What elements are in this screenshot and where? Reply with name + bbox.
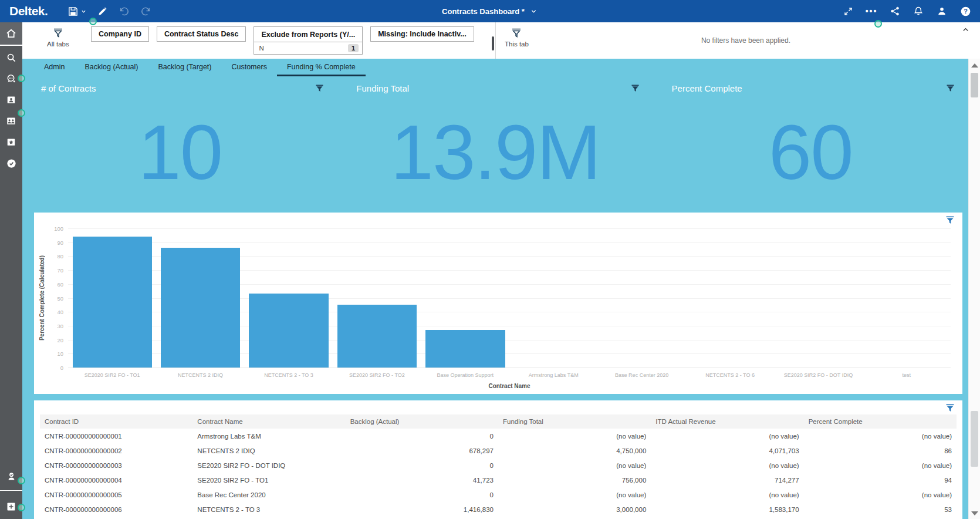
dashboard-title-dropdown[interactable] — [529, 7, 538, 16]
star-folder-icon — [6, 137, 16, 147]
bar-se2020-sir2-fo-to2[interactable] — [337, 305, 417, 368]
home-icon — [5, 28, 17, 39]
x-category-label: NETCENTS 2 IDIQ — [156, 372, 244, 378]
undo-icon — [119, 6, 130, 17]
pencil-icon — [97, 6, 108, 17]
scroll-down-arrow[interactable] — [971, 511, 978, 515]
this-tab-filter[interactable]: This tab — [505, 27, 529, 48]
sidebar-item-person-folder[interactable] — [0, 89, 22, 110]
column-header-contract-id[interactable]: Contract ID — [40, 414, 192, 429]
scrollbar-thumb[interactable] — [971, 73, 978, 97]
kpi-filter-button[interactable] — [945, 83, 955, 93]
table-row[interactable]: CNTR-000000000000002NETCENTS 2 IDIQ678,2… — [40, 443, 957, 458]
filter-chip-2[interactable]: Exclude from Reports (Y/...N1 — [254, 26, 363, 55]
save-button[interactable] — [66, 5, 87, 18]
search-icon — [6, 52, 17, 63]
bar-slot — [509, 228, 597, 368]
collapse-filter-bar-button[interactable] — [962, 26, 969, 33]
dashboard-tabs: AdminBacklog (Actual)Backlog (Target)Cus… — [22, 59, 968, 76]
kpi-title: # of Contracts — [41, 83, 96, 93]
share-button[interactable] — [886, 5, 904, 18]
kpi-filter-button[interactable] — [315, 83, 325, 93]
x-category-label: NETCENTS 2 - TO 3 — [245, 372, 333, 378]
deltek-logo: Deltek. — [9, 4, 48, 18]
filter-chip-3[interactable]: Missing: Include Inactiv... — [370, 26, 474, 42]
table-cell: (no value) — [651, 429, 803, 443]
table-scrollbar-thumb[interactable] — [971, 411, 978, 467]
x-category-label: Base Operation Support — [421, 372, 509, 378]
table-cell: NETCENTS 2 - TO 3 — [192, 502, 345, 517]
scroll-up-arrow[interactable] — [971, 63, 978, 68]
kpi-title: Funding Total — [356, 83, 409, 93]
this-tab-label: This tab — [505, 41, 529, 48]
kpi-band: # of Contracts10Funding Total13.9MPercen… — [22, 76, 968, 213]
table-cell: 4,750,000 — [498, 443, 651, 458]
filter-chip-1[interactable]: Contract Status Desc — [157, 26, 246, 42]
table-row[interactable]: CNTR-000000000000006NETCENTS 2 - TO 31,4… — [40, 502, 957, 517]
kpi-value: 13.9M — [337, 114, 653, 191]
chips-scrollbar-thumb[interactable] — [492, 36, 494, 50]
annotation-dot — [874, 20, 882, 28]
more-options-button[interactable]: ••• — [863, 5, 880, 17]
column-header-percent-complete[interactable]: Percent Complete — [804, 414, 957, 429]
tab-backlog-target-[interactable]: Backlog (Target) — [148, 59, 221, 76]
table-row[interactable]: CNTR-000000000000003SE2020 SIR2 FO - DOT… — [40, 458, 957, 473]
table-row[interactable]: CNTR-000000000000005Base Rec Center 2020… — [40, 487, 957, 502]
help-button[interactable]: ? — [957, 5, 974, 18]
filter-bar-divider — [495, 22, 496, 59]
x-category-label: Base Rec Center 2020 — [597, 372, 685, 378]
x-category-label: SE2020 SIR2 FO - DOT IDIQ — [774, 372, 862, 378]
column-header-contract-name[interactable]: Contract Name — [192, 414, 345, 429]
table-cell: 714,277 — [651, 473, 803, 487]
gridline — [68, 368, 951, 368]
bar-base-operation-support[interactable] — [425, 330, 505, 368]
table-row[interactable]: CNTR-000000000000004SE2020 SIR2 FO - TO1… — [40, 473, 957, 487]
table-cell: CNTR-000000000000001 — [40, 429, 192, 443]
funnel-icon — [946, 216, 954, 224]
bar-se2020-sir2-fo-to1[interactable] — [73, 237, 152, 368]
edit-pencil-button[interactable] — [96, 5, 109, 18]
kpi-filter-button[interactable] — [630, 83, 640, 93]
filter-chip-input[interactable]: N1 — [254, 42, 362, 54]
y-tick-label: 70 — [57, 267, 63, 274]
filter-input-value[interactable]: N — [259, 45, 263, 52]
tab-customers[interactable]: Customers — [221, 59, 276, 76]
notifications-button[interactable] — [910, 5, 927, 18]
person-check-icon — [6, 471, 17, 482]
y-tick-label: 50 — [57, 295, 63, 301]
tab-funding-complete[interactable]: Funding % Complete — [277, 59, 366, 76]
bar-slot — [597, 228, 685, 368]
user-profile-button[interactable] — [933, 5, 951, 18]
table-filter-button[interactable] — [946, 404, 954, 412]
table-cell: 4,071,703 — [651, 443, 803, 458]
annotation-dot — [18, 109, 25, 117]
toolbar-right: ••• ? — [839, 0, 974, 22]
tab-backlog-actual-[interactable]: Backlog (Actual) — [75, 59, 148, 76]
table-cell: (no value) — [804, 429, 957, 443]
column-header-backlog-actual-[interactable]: Backlog (Actual) — [346, 414, 498, 429]
table-card: Contract IDContract NameBacklog (Actual)… — [34, 400, 962, 519]
table-cell: (no value) — [804, 487, 957, 502]
table-cell: 0 — [346, 429, 498, 443]
chart-filter-button[interactable] — [946, 216, 954, 224]
filter-chip-0[interactable]: Company ID — [91, 26, 149, 42]
column-header-itd-actual-revenue[interactable]: ITD Actual Revenue — [651, 414, 803, 429]
y-tick-label: 100 — [54, 225, 63, 232]
y-tick-label: 20 — [57, 336, 63, 343]
sidebar-divider — [0, 490, 22, 491]
table-row[interactable]: CNTR-000000000000001Armstrong Labs T&M0(… — [40, 429, 957, 443]
x-category-label: SE2020 SIR2 FO - TO2 — [333, 372, 421, 378]
expand-button[interactable] — [839, 5, 857, 18]
sidebar-item-star-folder[interactable] — [0, 132, 22, 153]
sidebar-item-home[interactable] — [0, 22, 22, 46]
bar-netcents-2-idiq[interactable] — [161, 248, 240, 368]
sidebar-item-approvals[interactable] — [0, 153, 22, 174]
bar-netcents-2-to-3[interactable] — [249, 294, 328, 368]
all-tabs-filter[interactable]: All tabs — [47, 27, 69, 48]
tab-admin[interactable]: Admin — [34, 59, 75, 76]
column-header-funding-total[interactable]: Funding Total — [498, 414, 651, 429]
redo-button[interactable] — [139, 5, 153, 18]
undo-button[interactable] — [117, 5, 131, 18]
table-cell: 1,416,830 — [346, 502, 498, 517]
sidebar-item-search[interactable] — [0, 47, 22, 68]
